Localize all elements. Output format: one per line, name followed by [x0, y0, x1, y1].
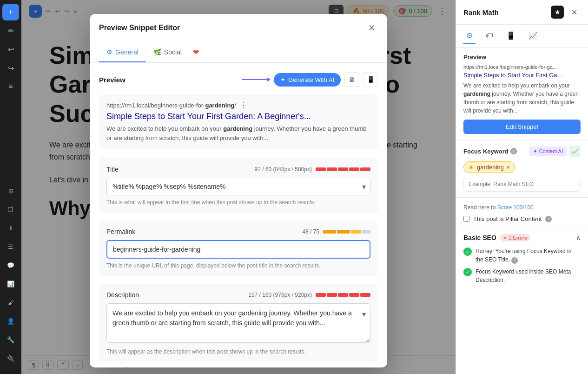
search-preview-box: https://rm1.local/beginners-guide-for-ga… [99, 94, 378, 149]
plus-button[interactable]: + [2, 4, 19, 20]
desc-seg-3 [338, 293, 348, 297]
preview-snippet-modal: Preview Snippet Editor ✕ ⚙ General 🌿 Soc… [90, 14, 387, 367]
plugin-icon-btn[interactable]: 🔌 [2, 350, 19, 367]
permalink-field-label: Permalink [106, 228, 135, 235]
description-textarea[interactable]: We are excited to help you embark on you… [106, 303, 370, 343]
right-nav-analytics[interactable]: 📈 [526, 28, 541, 44]
pillar-content-checkbox[interactable] [463, 216, 469, 222]
mobile-preview-btn[interactable]: 📱 [363, 72, 378, 87]
preview-actions: ✦ Generate With AI 🖥 📱 [242, 72, 378, 87]
star-button[interactable]: ★ [551, 6, 564, 19]
trend-icon-button[interactable]: 📈 [569, 146, 581, 157]
right-nav-seo[interactable]: 🏷 [483, 29, 496, 44]
perm-seg-1 [323, 230, 336, 234]
pillar-help-icon[interactable]: ? [545, 216, 552, 222]
search-preview-title[interactable]: Simple Steps to Start Your First Garden:… [106, 112, 370, 121]
error-count-text: 1 Errors [509, 235, 527, 240]
description-field-counter: 157 / 160 (976px / 920px) [248, 292, 370, 298]
info-icon-btn[interactable]: ℹ [2, 220, 19, 236]
modal-body: Preview ✦ Generate With AI [90, 63, 387, 367]
keyword-tag-text: gardening [477, 164, 504, 171]
edit-button[interactable]: ✏ [2, 22, 19, 39]
perm-seg-4 [362, 230, 370, 234]
perm-seg-2 [337, 230, 350, 234]
chart-icon-btn[interactable]: 📊 [2, 275, 19, 292]
sparkle-icon: ✦ [280, 76, 285, 83]
generate-ai-button[interactable]: ✦ Generate With AI [274, 73, 341, 87]
score-link-text: Read here to Score 100/100 [463, 203, 581, 212]
title-seg-1 [316, 167, 326, 171]
title-field-header: Title 92 / 60 (848px / 580px) [106, 166, 370, 173]
rank-math-title: Rank Math [463, 8, 499, 16]
url-menu-icon[interactable]: ⋮ [240, 101, 247, 110]
layout-icon-btn[interactable]: ⊞ [2, 182, 19, 199]
list-icon-btn[interactable]: ☰ [2, 238, 19, 255]
seo-check-2: ✓ Focus Keyword used inside SEO Meta Des… [463, 267, 581, 284]
left-sidebar: + ✏ ↩ ↪ ≡ ⊞ ❐ ℹ ☰ 💬 📊 🖌 👤 🔧 🔌 [0, 0, 21, 374]
description-counter-text: 157 / 160 (976px / 920px) [248, 292, 312, 298]
right-preview-desc: We are excited to help you embark on you… [463, 81, 581, 115]
title-seg-4 [349, 167, 359, 171]
desc-seg-4 [349, 293, 359, 297]
description-field-section: Description 157 / 160 (976px / 920px) [99, 284, 378, 362]
keyword-star-icon: ★ [469, 164, 474, 171]
description-field-label: Description [106, 291, 139, 299]
tool-icon-btn[interactable]: 🔧 [2, 331, 19, 348]
focus-keyword-label: Focus Keyword ? [463, 148, 517, 155]
gear-tab-icon: ⚙ [106, 48, 112, 56]
menu-button[interactable]: ≡ [2, 78, 19, 95]
focus-keyword-header: Focus Keyword ? ✦ Content AI 📈 [463, 146, 581, 157]
block-icon-btn[interactable]: ❐ [2, 201, 19, 218]
user-icon-btn[interactable]: 👤 [2, 313, 19, 329]
focus-keyword-help-icon[interactable]: ? [510, 148, 517, 154]
perm-seg-3 [351, 230, 361, 234]
title-progress-bar [316, 167, 370, 171]
permalink-field-section: Permalink 48 / 75 This is the [99, 220, 378, 276]
pillar-content-label: This post is Pillar Content [473, 215, 542, 222]
desktop-preview-btn[interactable]: 🖥 [344, 72, 359, 87]
heart-tab-btn[interactable]: ❤ [189, 42, 203, 62]
check-1-help-icon[interactable]: ? [511, 257, 518, 264]
right-nav-social[interactable]: 📱 [503, 28, 518, 44]
modal-close-button[interactable]: ✕ [365, 21, 378, 34]
search-preview-url-text: https://rm1.local/beginners-guide-for-ga… [106, 102, 236, 109]
brush-icon-btn[interactable]: 🖌 [2, 294, 19, 311]
right-preview-url: https://rm1.local/beginners-guide-for-ga… [463, 64, 581, 70]
desc-seg-1 [316, 293, 326, 297]
keyword-tag-gardening: ★ gardening × [463, 161, 515, 173]
permalink-input[interactable] [106, 240, 370, 259]
keyword-remove-icon[interactable]: × [507, 164, 510, 171]
title-field-label: Title [106, 166, 119, 173]
social-tab-icon: 🌿 [153, 48, 161, 56]
arrow-line [242, 79, 270, 80]
modal-overlay[interactable]: Preview Snippet Editor ✕ ⚙ General 🌿 Soc… [21, 0, 456, 374]
content-ai-button[interactable]: ✦ Content AI [529, 147, 567, 156]
permalink-counter-text: 48 / 75 [302, 228, 319, 235]
score-100-link[interactable]: Score 100/100 [497, 204, 534, 211]
description-field-header: Description 157 / 160 (976px / 920px) [106, 291, 370, 299]
star-icon: ★ [555, 8, 561, 16]
right-preview-link: Simple Steps to Start Your First Ga... [463, 72, 581, 79]
sidebar-close-button[interactable]: ✕ [568, 6, 581, 19]
comment-icon-btn[interactable]: 💬 [2, 257, 19, 274]
title-select[interactable]: %title% %page% %sep% %sitename% [106, 178, 370, 195]
modal-title: Preview Snippet Editor [99, 24, 180, 32]
error-badge: × 1 Errors [500, 234, 531, 241]
sparkle-content-icon: ✦ [533, 148, 537, 154]
preview-label: Preview [99, 76, 126, 84]
basic-seo-header: Basic SEO × 1 Errors ∧ [463, 234, 581, 241]
modal-header: Preview Snippet Editor ✕ [90, 14, 387, 42]
basic-seo-collapse-icon[interactable]: ∧ [576, 234, 581, 241]
redo-button[interactable]: ↪ [2, 60, 19, 76]
right-nav-general[interactable]: ⚙ [463, 28, 476, 44]
tab-general[interactable]: ⚙ General [99, 43, 146, 62]
trend-icon: 📈 [572, 148, 579, 154]
error-icon: × [504, 235, 507, 240]
keyword-input[interactable] [463, 177, 581, 192]
edit-snippet-button[interactable]: Edit Snippet [463, 120, 581, 134]
tab-social[interactable]: 🌿 Social [146, 43, 189, 62]
seo-checks-list: ✓ Hurray! You're using Focus Keyword in … [463, 247, 581, 284]
pillar-content-checkbox-row: This post is Pillar Content ? [463, 215, 581, 222]
undo-button[interactable]: ↩ [2, 41, 19, 58]
tab-social-label: Social [164, 48, 182, 56]
